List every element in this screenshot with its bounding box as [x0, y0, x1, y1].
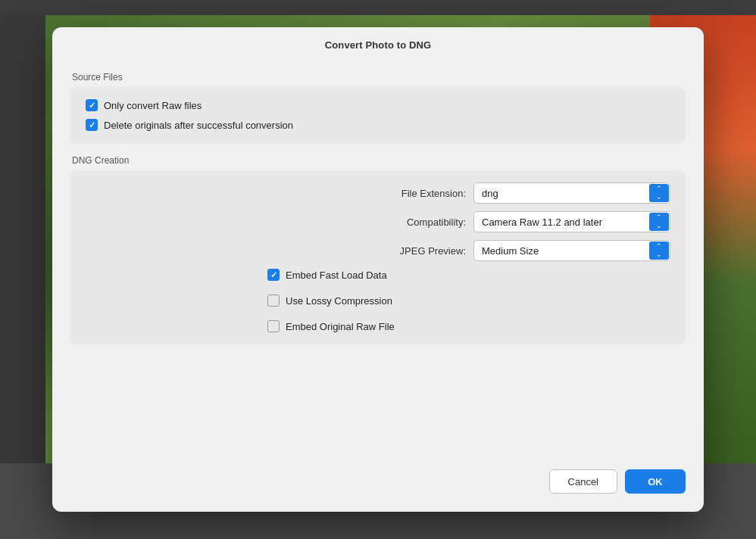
use-lossy-checkbox[interactable] [267, 294, 280, 307]
file-extension-select[interactable]: dng DNG [473, 182, 670, 204]
ok-button[interactable]: OK [625, 469, 686, 494]
convert-to-dng-dialog: Convert Photo to DNG Source Files Only c… [52, 27, 704, 512]
dng-creation-box: File Extension: dng DNG Compa [70, 170, 686, 344]
file-extension-row: File Extension: dng DNG [86, 182, 670, 204]
dng-checkbox-options: Embed Fast Load Data Use Lossy Compressi… [86, 269, 670, 332]
file-extension-select-wrapper: dng DNG [473, 182, 670, 204]
only-convert-raw-label: Only convert Raw files [104, 100, 201, 111]
file-extension-label: File Extension: [360, 188, 466, 199]
embed-original-raw-checkbox[interactable] [267, 320, 280, 332]
use-lossy-label: Use Lossy Compression [286, 295, 392, 307]
dialog-body: Source Files Only convert Raw files Dele… [52, 60, 704, 457]
source-files-box: Only convert Raw files Delete originals … [70, 87, 686, 143]
dialog-title: Convert Photo to DNG [52, 27, 704, 60]
compatibility-select-wrapper: Camera Raw 2.4 and later Camera Raw 5.4 … [473, 211, 670, 232]
compatibility-label: Compatibility: [360, 217, 466, 228]
delete-originals-checkbox[interactable] [86, 119, 98, 131]
embed-original-raw-row: Embed Original Raw File [267, 320, 670, 332]
jpeg-preview-row: JPEG Preview: None Medium Size Full Size [86, 240, 670, 261]
embed-original-raw-label: Embed Original Raw File [286, 321, 395, 332]
dng-form-rows: File Extension: dng DNG Compa [86, 182, 670, 261]
compatibility-select[interactable]: Camera Raw 2.4 and later Camera Raw 5.4 … [473, 211, 670, 232]
only-convert-raw-checkbox[interactable] [86, 99, 98, 111]
use-lossy-row: Use Lossy Compression [267, 294, 670, 307]
source-files-section: Source Files Only convert Raw files Dele… [70, 72, 686, 143]
source-files-label: Source Files [72, 72, 686, 83]
embed-fast-load-label: Embed Fast Load Data [286, 270, 387, 281]
compatibility-row: Compatibility: Camera Raw 2.4 and later … [86, 211, 670, 232]
delete-originals-row: Delete originals after successful conver… [86, 119, 670, 131]
dialog-footer: Cancel OK [52, 457, 704, 512]
jpeg-preview-select[interactable]: None Medium Size Full Size [473, 240, 670, 261]
dialog-overlay: Convert Photo to DNG Source Files Only c… [0, 0, 756, 539]
only-convert-raw-row: Only convert Raw files [86, 99, 670, 111]
jpeg-preview-select-wrapper: None Medium Size Full Size [473, 240, 670, 261]
delete-originals-label: Delete originals after successful conver… [104, 120, 293, 131]
jpeg-preview-label: JPEG Preview: [360, 245, 466, 257]
dng-creation-section: DNG Creation File Extension: dng DNG [70, 155, 686, 344]
dng-creation-label: DNG Creation [72, 155, 686, 166]
embed-fast-load-row: Embed Fast Load Data [267, 269, 670, 281]
embed-fast-load-checkbox[interactable] [267, 269, 280, 281]
cancel-button[interactable]: Cancel [549, 469, 617, 494]
